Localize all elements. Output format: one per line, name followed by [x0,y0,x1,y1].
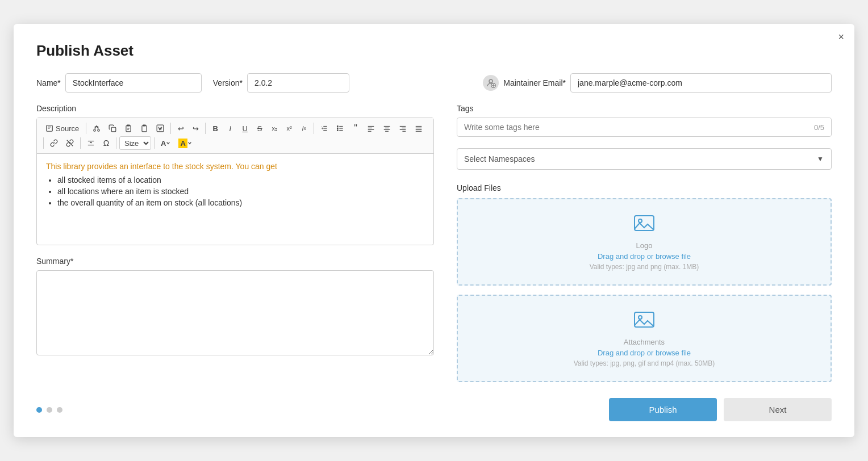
logo-hint: Valid types: jpg and png (max. 1MB) [590,263,699,271]
underline-button[interactable]: U [238,121,252,135]
svg-rect-33 [416,131,422,132]
italic-button[interactable]: I [223,121,237,135]
svg-point-16 [337,128,339,129]
attachments-hint: Valid types: jpg, png, gif and mp4 (max.… [574,359,715,367]
toolbar-sep-2 [170,123,171,134]
tags-input-wrapper: 0/5 [457,118,832,137]
logo-upload-box[interactable]: Logo Drag and drop or browse file Valid … [457,198,832,286]
logo-label: Logo [636,241,653,250]
svg-point-15 [337,126,339,127]
align-left-button[interactable] [364,121,378,135]
attachments-label: Attachments [624,338,665,346]
svg-rect-19 [368,128,372,128]
unlink-button[interactable] [62,136,77,150]
toolbar-sep-3 [205,123,206,134]
namespaces-select[interactable]: Select Namespaces [457,148,832,170]
top-fields-row: Name* Version* Maintainer Email* [36,73,832,93]
tags-count: 0/5 [814,123,824,132]
tags-input[interactable] [457,118,831,136]
description-editor: Source [36,118,434,245]
pagination-dot-3 [57,407,62,413]
description-label: Description [36,104,434,113]
svg-point-0 [489,79,493,83]
logo-browse-link[interactable]: Drag and drop or browse file [598,252,691,261]
toolbar-sep-6 [80,137,81,149]
bullet-2: all locations where an item is stocked [57,187,424,196]
svg-rect-29 [403,131,406,132]
svg-point-38 [639,219,642,223]
bg-color-button[interactable]: A [175,136,195,150]
paste-plain-button[interactable] [137,121,152,135]
attachments-upload-box[interactable]: Attachments Drag and drop or browse file… [457,295,832,382]
attachments-upload-icon [634,309,654,334]
version-label: Version* [213,78,243,87]
bullet-1: all stocked items of a location [57,175,424,185]
align-right-button[interactable] [395,121,410,135]
right-column: Tags 0/5 Select Namespaces ▼ Upload File… [457,104,832,382]
description-content[interactable]: This library provides an interface to th… [37,154,433,245]
svg-rect-25 [385,131,389,132]
svg-point-40 [639,316,642,319]
summary-textarea[interactable] [36,270,434,355]
link-button[interactable] [47,136,61,150]
pagination-dots [36,407,62,413]
svg-rect-24 [384,129,390,130]
maintainer-email-input[interactable] [570,73,832,93]
blockquote-button[interactable]: " [349,121,362,135]
editor-toolbar: Source [37,118,433,154]
version-input[interactable] [247,73,349,93]
toolbar-sep-7 [116,137,116,149]
special-char-button[interactable]: Ω [99,136,113,150]
source-button[interactable]: Source [41,122,83,135]
toolbar-sep-8 [154,137,155,149]
attachments-browse-link[interactable]: Drag and drop or browse file [598,349,691,357]
font-size-select[interactable]: Size 8 10 12 14 18 24 36 [119,136,151,150]
paste-button[interactable] [121,121,136,135]
svg-rect-20 [368,129,374,130]
svg-point-4 [98,129,100,132]
footer-buttons: Publish Next [609,398,832,421]
left-column: Description Source [36,104,434,382]
clear-format-button[interactable]: Ix [297,121,311,135]
toolbar-sep-4 [314,123,314,134]
main-content: Description Source [36,104,832,382]
publish-button[interactable]: Publish [609,398,717,421]
svg-rect-7 [142,125,147,132]
ordered-list-button[interactable] [317,121,332,135]
font-color-button[interactable]: A [157,136,174,150]
maintainer-label: Maintainer Email* [503,78,566,87]
toolbar-sep-1 [86,123,86,134]
name-label: Name* [36,78,61,87]
svg-rect-31 [416,128,422,128]
svg-point-3 [94,129,96,132]
align-justify-button[interactable] [411,121,426,135]
svg-rect-30 [416,126,422,127]
subscript-button[interactable]: x₂ [268,121,281,135]
toolbar-sep-5 [43,137,44,149]
paste-word-button[interactable] [153,121,168,135]
redo-button[interactable]: ↪ [189,121,202,135]
bold-button[interactable]: B [208,121,222,135]
maintainer-field-group: Maintainer Email* [483,73,832,93]
cut-button[interactable] [89,121,104,135]
undo-button[interactable]: ↩ [174,121,187,135]
namespaces-wrapper: Select Namespaces ▼ [457,148,832,170]
copy-button[interactable] [105,121,120,135]
unordered-list-button[interactable] [333,121,348,135]
indent-button[interactable] [84,136,98,150]
summary-label: Summary* [36,257,434,266]
strikethrough-button[interactable]: S [253,121,266,135]
next-button[interactable]: Next [724,398,832,421]
name-input[interactable] [65,73,202,93]
svg-point-17 [337,130,339,131]
upload-files-label: Upload Files [457,183,832,192]
version-field-group: Version* [213,73,349,93]
pagination-dot-1 [36,407,42,413]
svg-rect-22 [384,126,390,127]
superscript-button[interactable]: x² [282,121,296,135]
maintainer-icon [483,75,499,91]
description-bullets: all stocked items of a location all loca… [57,175,424,207]
close-button[interactable]: × [838,32,844,42]
svg-rect-23 [385,128,389,128]
align-center-button[interactable] [379,121,394,135]
